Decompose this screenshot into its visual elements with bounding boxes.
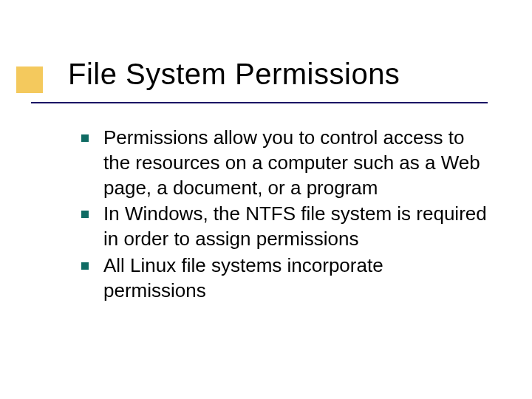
slide: File System Permissions Permissions allo…	[0, 0, 532, 399]
slide-body: Permissions allow you to control access …	[81, 126, 488, 305]
slide-title: File System Permissions	[68, 58, 502, 91]
bullet-text: In Windows, the NTFS file system is requ…	[103, 202, 488, 252]
square-bullet-icon	[81, 211, 89, 218]
title-underline	[31, 102, 488, 103]
accent-block	[16, 66, 43, 93]
title-area: File System Permissions	[68, 58, 502, 95]
bullet-text: Permissions allow you to control access …	[103, 126, 488, 200]
list-item: Permissions allow you to control access …	[81, 126, 488, 200]
bullet-text: All Linux file systems incorporate permi…	[103, 253, 488, 304]
square-bullet-icon	[81, 262, 89, 270]
list-item: In Windows, the NTFS file system is requ…	[81, 202, 488, 252]
list-item: All Linux file systems incorporate permi…	[81, 253, 488, 304]
square-bullet-icon	[81, 134, 89, 142]
